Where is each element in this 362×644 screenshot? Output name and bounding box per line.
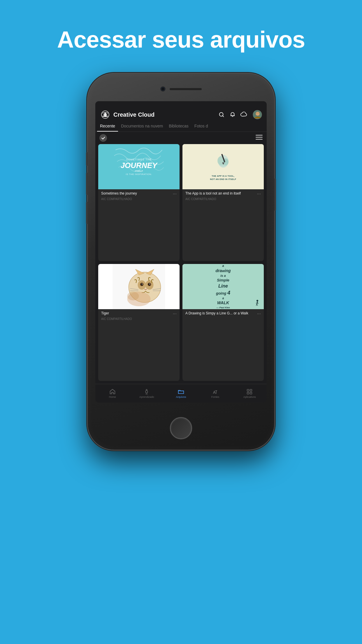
file-title: The App is a tool not an end in itself	[185, 191, 256, 196]
file-menu-button[interactable]: ···	[173, 191, 177, 197]
lightbulb-icon	[143, 388, 150, 395]
files-grid: SOMETIMES THE JOURNEY ITSELF IS THE INSP…	[95, 144, 267, 384]
nav-item-arquivos[interactable]: Arquivos	[164, 384, 198, 402]
phone-mockup: Creative Cloud	[88, 74, 274, 450]
svg-rect-7	[256, 137, 263, 138]
home-button[interactable]	[170, 417, 192, 439]
svg-point-5	[256, 112, 259, 115]
folder-icon	[178, 388, 184, 395]
nav-item-home[interactable]: Home	[95, 384, 130, 402]
grid-icon	[246, 388, 253, 395]
adobe-logo-icon	[100, 111, 110, 119]
svg-rect-33	[247, 392, 249, 394]
svg-point-25	[142, 284, 143, 285]
bottom-nav: Home Aprendizado	[95, 384, 267, 402]
file-menu-button[interactable]: ···	[257, 311, 261, 316]
file-menu-button[interactable]: ···	[257, 191, 261, 197]
file-card-walk[interactable]: a drawing is a Simple Line going 4 a WAL…	[182, 264, 264, 381]
file-title: Tiger	[101, 311, 172, 316]
svg-rect-34	[250, 392, 252, 394]
nav-item-aprendizado[interactable]: Aprendizado	[130, 384, 164, 402]
tabs-bar: Recente Documentos na nuvem Bibliotecas …	[95, 121, 267, 132]
phone-screen: Creative Cloud	[95, 101, 267, 402]
notification-icon[interactable]	[229, 111, 236, 118]
tab-documentos[interactable]: Documentos na nuvem	[118, 121, 166, 132]
file-card-journey[interactable]: SOMETIMES THE JOURNEY ITSELF IS THE INSP…	[98, 144, 180, 261]
home-icon	[109, 388, 116, 395]
nav-label-fontes: Fontes	[211, 396, 219, 398]
tab-recente[interactable]: Recente	[97, 121, 118, 132]
content-toolbar	[95, 132, 267, 144]
svg-point-30	[146, 389, 147, 390]
tiger-art	[98, 264, 180, 309]
file-title: Sometimes the journey	[101, 191, 172, 196]
tab-bibliotecas[interactable]: Bibliotecas	[166, 121, 191, 132]
svg-point-26	[149, 284, 150, 285]
file-card-app[interactable]: THE APP IS A TOOL,NOT AN END IN ITSELF T…	[182, 144, 264, 261]
list-view-icon[interactable]	[256, 134, 263, 141]
app-header: Creative Cloud	[95, 108, 267, 121]
cloud-icon[interactable]	[240, 111, 248, 118]
file-card-tiger[interactable]: Tiger ··· AIC COMPARTILHADO	[98, 264, 180, 381]
file-subtitle: AIC COMPARTILHADO	[101, 317, 177, 321]
svg-point-28	[127, 292, 139, 300]
svg-rect-32	[250, 389, 252, 391]
nav-label-aplicativos: Aplicativos	[243, 396, 256, 398]
nav-item-aplicativos[interactable]: Aplicativos	[232, 384, 267, 402]
svg-rect-6	[256, 135, 263, 136]
search-icon[interactable]	[218, 111, 225, 118]
nav-item-fontes[interactable]: Fontes	[198, 384, 233, 402]
nav-label-aprendizado: Aprendizado	[139, 396, 154, 398]
tab-fotos[interactable]: Fotos d	[191, 121, 211, 132]
svg-rect-8	[256, 139, 263, 140]
avatar[interactable]	[253, 110, 262, 119]
nav-label-home: Home	[109, 396, 116, 398]
header-left: Creative Cloud	[100, 111, 154, 119]
app-name: Creative Cloud	[113, 111, 154, 118]
header-icons	[218, 110, 262, 119]
file-menu-button[interactable]: ···	[173, 311, 177, 316]
file-subtitle: AIC COMPARTILHADO	[185, 197, 261, 201]
select-all-button[interactable]	[99, 134, 107, 142]
nav-label-arquivos: Arquivos	[176, 396, 186, 398]
font-icon	[212, 388, 219, 395]
app-screen: Creative Cloud	[95, 101, 267, 402]
file-title: A Drawing is Simpy a Line G... or a Walk	[185, 311, 256, 316]
svg-point-29	[256, 300, 258, 302]
file-subtitle: AIC COMPARTILHADO	[101, 197, 177, 201]
page-title: Acessar seus arquivos	[57, 26, 305, 53]
svg-rect-31	[247, 389, 249, 391]
